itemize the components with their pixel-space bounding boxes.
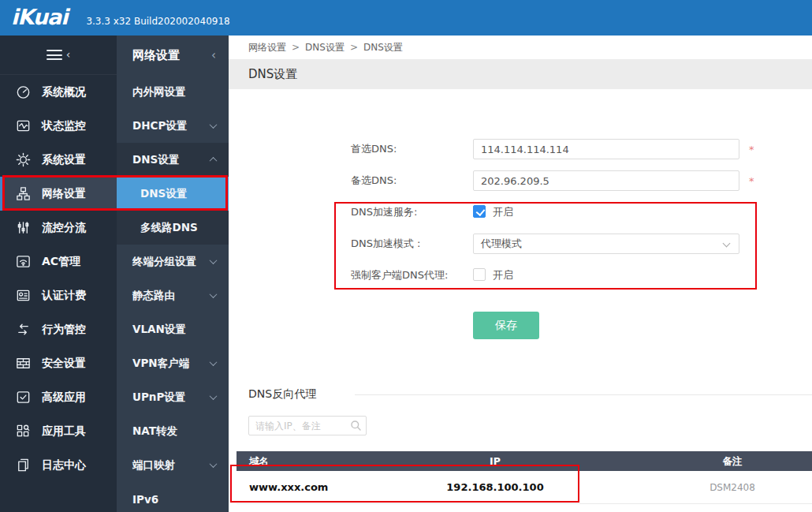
section-divider [355, 394, 812, 395]
breadcrumb-separator: > [292, 42, 300, 53]
breadcrumb-item[interactable]: DNS设置 [363, 42, 403, 53]
sidebar-item-label: 网络设置 [42, 187, 86, 201]
breadcrumb-separator: > [350, 42, 358, 53]
app-tools-icon [15, 423, 32, 439]
submenu-item-dns-parent[interactable]: DNS设置 [117, 143, 229, 177]
sidebar-item-label: 流控分流 [42, 221, 86, 235]
check-square-icon [15, 389, 32, 405]
cell-ip: 192.168.100.100 [446, 471, 543, 504]
sidebar-item-label: AC管理 [42, 255, 80, 269]
sidebar-item-auth-billing[interactable]: 认证计费 [0, 278, 117, 312]
sidebar-item-security-settings[interactable]: 安全设置 [0, 346, 117, 380]
sliders-icon [15, 219, 32, 236]
primary-dns-input[interactable] [473, 139, 739, 159]
save-button[interactable]: 保存 [473, 312, 539, 339]
chevron-down-icon [210, 256, 218, 264]
submenu-item-wan-lan[interactable]: 内外网设置 [117, 75, 229, 109]
sidebar-item-label: 安全设置 [42, 357, 86, 371]
id-card-icon [15, 287, 32, 304]
accel-mode-row: DNS加速模式 : 代理模式 [229, 234, 812, 254]
chevron-down-icon [723, 240, 731, 248]
table-header-row: 域名 IP 备注 [237, 451, 812, 471]
submenu-item-label: 静态路由 [132, 289, 175, 303]
submenu-item-label: DHCP设置 [132, 119, 187, 133]
sidebar-collapse-button[interactable]: ‹ [0, 36, 117, 75]
submenu-item-port-mapping[interactable]: 端口映射 [117, 448, 229, 482]
submenu-item-dhcp[interactable]: DHCP设置 [117, 109, 229, 143]
app-logo: iKuai [11, 5, 67, 29]
submenu-item-nat-forward[interactable]: NAT转发 [117, 414, 229, 448]
sidebar-item-label: 系统设置 [42, 153, 86, 167]
column-header-ip: IP [490, 451, 501, 471]
search-input[interactable] [248, 416, 367, 435]
sidebar-item-log-center[interactable]: 日志中心 [0, 448, 117, 482]
main-sidebar: ‹ 系统概况 状态监控 系统设置 网络设置 流控分流 AC管理 认证计费 [0, 36, 117, 512]
reverse-proxy-section-title: DNS反向代理 [248, 387, 316, 402]
secondary-dns-row: 备选DNS: * [229, 170, 812, 191]
network-nodes-icon [15, 185, 32, 202]
chevron-up-icon [210, 157, 218, 165]
sidebar-item-label: 系统概况 [42, 85, 86, 99]
wifi-icon [15, 253, 32, 270]
cell-domain: www.xxx.com [249, 471, 328, 504]
reverse-proxy-search [248, 416, 367, 435]
accel-mode-label: DNS加速模式 : [351, 234, 421, 254]
accel-mode-select[interactable]: 代理模式 [473, 234, 739, 254]
gauge-icon [15, 84, 32, 100]
sidebar-item-app-tools[interactable]: 应用工具 [0, 414, 117, 448]
sidebar-item-label: 日志中心 [42, 458, 86, 473]
sidebar-item-status-monitor[interactable]: 状态监控 [0, 109, 117, 143]
network-settings-submenu: 网络设置 ‹ 内外网设置 DHCP设置 DNS设置 DNS设置 多线路DNS 终… [117, 36, 229, 512]
required-asterisk: * [749, 175, 754, 187]
required-asterisk: * [749, 144, 754, 155]
sidebar-item-label: 高级应用 [42, 391, 86, 405]
table-row[interactable]: www.xxx.com 192.168.100.100 DSM2408 [237, 471, 812, 504]
submenu-item-vlan[interactable]: VLAN设置 [117, 312, 229, 346]
dns-accel-checkbox[interactable] [473, 205, 486, 218]
firmware-version: 3.3.3 x32 Build202002040918 [86, 16, 229, 27]
submenu-item-terminal-groups[interactable]: 终端分组设置 [117, 245, 229, 278]
search-icon[interactable] [350, 420, 362, 432]
submenu-item-static-routes[interactable]: 静态路由 [117, 278, 229, 312]
swap-arrows-icon [15, 321, 32, 338]
panel-collapse-icon[interactable]: ‹ [211, 48, 216, 62]
submenu-item-ipv6[interactable]: IPv6 [117, 482, 229, 512]
sidebar-item-network-settings[interactable]: 网络设置 [0, 177, 117, 211]
sidebar-item-system-overview[interactable]: 系统概况 [0, 75, 117, 109]
chevron-down-icon [210, 358, 218, 366]
force-client-proxy-row: 强制客户端DNS代理: 开启 [229, 268, 812, 282]
sidebar-item-system-settings[interactable]: 系统设置 [0, 143, 117, 177]
breadcrumb: 网络设置>DNS设置>DNS设置 [229, 36, 812, 59]
breadcrumb-item[interactable]: 网络设置 [248, 42, 286, 53]
submenu-item-label: 内外网设置 [132, 85, 186, 99]
sidebar-item-label: 应用工具 [42, 424, 86, 439]
submenu-item-label: DNS设置 [140, 187, 187, 201]
submenu-item-upnp[interactable]: UPnP设置 [117, 380, 229, 414]
submenu-item-dns-settings[interactable]: DNS设置 [117, 177, 229, 211]
gear-icon [15, 151, 32, 168]
sidebar-item-behavior-control[interactable]: 行为管控 [0, 312, 117, 346]
chevron-down-icon [210, 460, 218, 468]
submenu-item-label: 端口映射 [132, 458, 175, 473]
submenu-item-label: 终端分组设置 [132, 255, 196, 269]
column-header-remark: 备注 [723, 451, 743, 471]
submenu-item-label: NAT转发 [132, 424, 177, 439]
sidebar-item-flow-control[interactable]: 流控分流 [0, 211, 117, 245]
submenu-item-label: UPnP设置 [132, 391, 185, 405]
submenu-item-multiline-dns[interactable]: 多线路DNS [117, 211, 229, 245]
accel-mode-value: 代理模式 [481, 237, 522, 249]
monitor-wave-icon [15, 118, 32, 134]
primary-dns-label: 首选DNS: [351, 139, 397, 159]
force-client-proxy-checkbox[interactable] [473, 268, 486, 281]
reverse-proxy-table: 域名 IP 备注 www.xxx.com 192.168.100.100 DSM… [237, 451, 812, 504]
submenu-item-label: 多线路DNS [140, 221, 198, 235]
column-header-domain: 域名 [249, 451, 269, 471]
dns-accel-row: DNS加速服务: 开启 [229, 205, 812, 219]
chevron-down-icon [210, 290, 218, 298]
secondary-dns-input[interactable] [473, 170, 739, 191]
submenu-item-vpn-client[interactable]: VPN客户端 [117, 346, 229, 380]
sidebar-item-ac-management[interactable]: AC管理 [0, 245, 117, 278]
force-client-proxy-label: 强制客户端DNS代理: [351, 268, 448, 282]
sidebar-item-advanced-apps[interactable]: 高级应用 [0, 380, 117, 414]
breadcrumb-item[interactable]: DNS设置 [305, 42, 345, 53]
